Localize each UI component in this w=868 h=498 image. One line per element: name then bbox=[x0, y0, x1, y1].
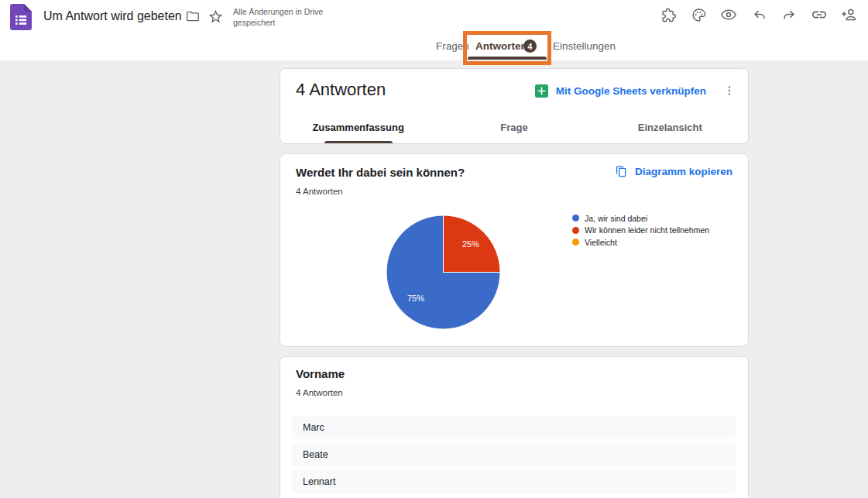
person-add-icon bbox=[841, 6, 858, 23]
add-ons-button[interactable] bbox=[659, 5, 678, 24]
answer-row: Beate bbox=[292, 443, 736, 466]
google-sheets-icon bbox=[535, 84, 548, 98]
question-title: Vorname bbox=[296, 367, 345, 380]
more-options-button[interactable] bbox=[723, 83, 736, 98]
move-to-folder-button[interactable] bbox=[184, 7, 202, 26]
legend-item: Vielleicht bbox=[572, 236, 709, 249]
autosave-status: Alle Änderungen in Drive gespeichert bbox=[233, 6, 338, 28]
legend-item: Wir können leider nicht teilnehmen bbox=[572, 225, 709, 237]
google-forms-icon[interactable] bbox=[10, 4, 32, 30]
kebab-menu-icon bbox=[723, 83, 736, 98]
chart-legend: Ja, wir sind dabei Wir können leider nic… bbox=[572, 212, 709, 249]
legend-dot-red bbox=[572, 227, 579, 234]
answer-row: Marc bbox=[292, 416, 736, 439]
preview-button[interactable] bbox=[719, 5, 738, 24]
response-count-badge: 4 bbox=[523, 39, 537, 53]
eye-icon bbox=[720, 6, 737, 23]
question-response-count: 4 Antworten bbox=[296, 187, 343, 196]
subtab-einzelansicht[interactable]: Einzelansicht bbox=[592, 111, 748, 143]
legend-item: Ja, wir sind dabei bbox=[572, 212, 709, 225]
header-bar: Um Antwort wird gebeten Alle Änderungen … bbox=[0, 0, 868, 60]
active-subtab-indicator bbox=[324, 141, 393, 144]
folder-icon bbox=[185, 9, 201, 24]
pie-chart: 75% 25% bbox=[386, 215, 500, 329]
undo-icon bbox=[751, 7, 767, 23]
legend-dot-orange bbox=[572, 239, 579, 246]
tab-fragen[interactable]: Fragen bbox=[436, 40, 469, 52]
google-forms-responses-page: Um Antwort wird gebeten Alle Änderungen … bbox=[0, 0, 868, 498]
copy-link-button[interactable] bbox=[810, 5, 829, 24]
header-toolbar bbox=[659, 5, 859, 24]
tab-einstellungen[interactable]: Einstellungen bbox=[553, 40, 616, 52]
question-summary-card: Werdet Ihr dabei sein können? 4 Antworte… bbox=[280, 153, 749, 347]
responses-header-card: 4 Antworten Mit Google Sheets verknüpfen… bbox=[280, 68, 749, 144]
puzzle-icon bbox=[660, 7, 677, 23]
star-button[interactable] bbox=[206, 7, 225, 26]
redo-icon bbox=[781, 7, 798, 23]
subtab-frage[interactable]: Frage bbox=[436, 111, 592, 143]
responses-subtabs: Zusammenfassung Frage Einzelansicht bbox=[280, 111, 748, 143]
star-icon bbox=[208, 9, 224, 25]
question-title: Werdet Ihr dabei sein können? bbox=[296, 166, 465, 179]
add-collaborators-button[interactable] bbox=[840, 5, 859, 24]
undo-button[interactable] bbox=[750, 5, 768, 24]
copy-chart-button[interactable]: Diagramm kopieren bbox=[615, 165, 732, 178]
pie-label-75: 75% bbox=[407, 294, 424, 303]
link-to-sheets-button[interactable]: Mit Google Sheets verknüpfen bbox=[556, 85, 706, 97]
palette-icon bbox=[691, 7, 707, 23]
tab-antworten[interactable]: Antworten bbox=[475, 40, 527, 52]
customize-theme-button[interactable] bbox=[689, 5, 708, 24]
legend-dot-blue bbox=[572, 215, 579, 222]
subtab-zusammenfassung[interactable]: Zusammenfassung bbox=[280, 111, 436, 143]
responses-count-title: 4 Antworten bbox=[296, 80, 386, 100]
link-icon bbox=[811, 6, 828, 23]
answer-row: Lennart bbox=[292, 470, 736, 493]
active-tab-indicator bbox=[468, 57, 547, 60]
pie-label-25: 25% bbox=[462, 239, 479, 249]
document-title[interactable]: Um Antwort wird gebeten bbox=[43, 9, 182, 23]
answer-list: Marc Beate Lennart bbox=[292, 416, 736, 498]
text-answers-card: Vorname 4 Antworten Marc Beate Lennart bbox=[280, 356, 749, 498]
question-response-count: 4 Antworten bbox=[296, 388, 343, 397]
copy-icon bbox=[615, 165, 628, 178]
redo-button[interactable] bbox=[780, 5, 798, 24]
